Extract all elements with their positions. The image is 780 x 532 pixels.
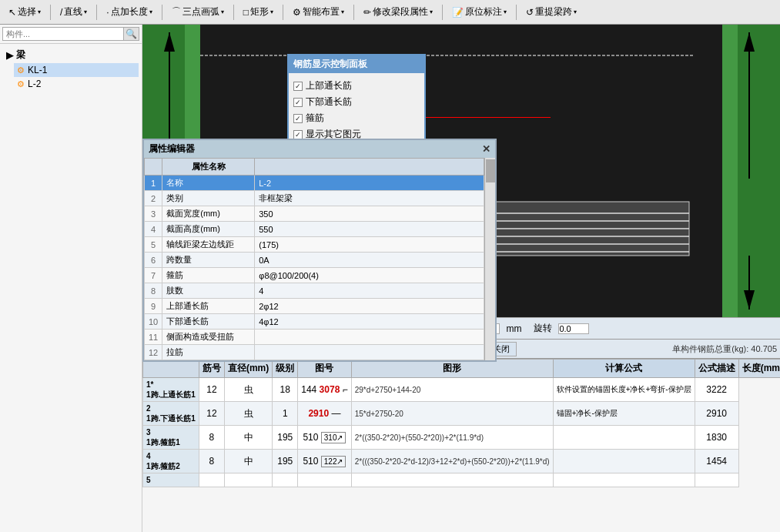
sidebar-item-l2[interactable]: ⚙ L-2 [14,77,139,91]
table-cell-label: 5 [143,473,199,487]
table-cell-label: 41跨.箍筋2 [143,450,199,473]
props-row-val[interactable]: 4φ12 [255,314,484,330]
props-row[interactable]: 7 箍筋 φ8@100/200(4) [145,268,484,283]
rebar-option-3-label: 箍筋 [306,112,324,125]
re-extract-beam-button[interactable]: ↺ 重提梁跨 ▾ [521,3,582,21]
props-row-val[interactable] [255,345,484,360]
table-cell-fignum [273,473,298,487]
select-tool-button[interactable]: ↖ 选择 ▾ [3,3,46,21]
in-place-mark-button[interactable]: 📝 原位标注 ▾ [447,3,512,21]
search-button[interactable]: 🔍 [124,27,139,41]
sep-2 [96,5,97,20]
arc-tool-button[interactable]: ⌒ 三点画弧 ▾ [166,3,229,21]
props-row[interactable]: 2 类别 非框架梁 [145,191,484,206]
table-cell-length: 3222 [695,378,738,402]
col-fignum: 图号 [298,360,351,378]
checkbox-2[interactable]: ✓ [293,98,303,107]
props-row[interactable]: 4 截面高度(mm) 550 [145,222,484,237]
props-row-val[interactable]: 2φ12 [255,299,484,314]
props-row-num: 11 [145,330,162,345]
content-right: 钢筋显示控制面板 ✓ 上部通长筋 ✓ 下部通长筋 ✓ 箍筋 [142,25,780,532]
props-row-num: 9 [145,299,162,314]
search-input[interactable] [2,27,124,41]
table-cell-fignum: 195 [273,450,298,473]
sidebar-item-kl1[interactable]: ⚙ KL-1 [14,63,139,77]
props-row[interactable]: 9 上部通长筋 2φ12 [145,299,484,314]
props-row-num: 12 [145,345,162,360]
props-row-val[interactable]: (175) [255,237,484,253]
mark-icon: 📝 [452,7,464,18]
checkbox-4[interactable]: ✓ [293,130,303,139]
rect-icon: □ [243,7,249,18]
props-row-num: 8 [145,283,162,299]
table-cell-grade: 中 [224,450,272,473]
sidebar-item-l2-label: L-2 [28,79,41,89]
props-row-val[interactable]: 0A [255,253,484,268]
table-row[interactable]: 21跨.下通长筋1 12 虫 1 2910 — 15*d+2750-20 锚固+… [143,402,781,426]
rebar-option-1-label: 上部通长筋 [306,79,352,92]
red-horizontal-line [412,117,551,118]
tree-area: ▶ 梁 ⚙ KL-1 ⚙ L-2 [0,44,142,532]
props-row[interactable]: 8 肢数 4 [145,283,484,299]
table-cell-diameter: 8 [199,450,224,473]
sep-8 [516,5,517,20]
props-row[interactable]: 1 名称 L-2 [145,176,484,191]
smart-layout-button[interactable]: ⚙ 智能布置 ▾ [287,3,350,21]
props-row-num: 5 [145,237,162,253]
props-row[interactable]: 6 跨数量 0A [145,253,484,268]
props-row-num: 2 [145,191,162,206]
props-row[interactable]: 11 侧面构造或受扭筋 [145,330,484,345]
rect-tool-button[interactable]: □ 矩形 ▾ [238,3,279,21]
props-panel-close[interactable]: ✕ [482,143,490,155]
props-row[interactable]: 3 截面宽度(mm) 350 [145,206,484,222]
checkbox-3[interactable]: ✓ [293,114,303,123]
props-row-val[interactable]: L-2 [255,176,484,191]
props-row-name: 截面宽度(mm) [162,206,255,222]
props-row-val[interactable]: 4 [255,283,484,299]
props-row-num: 7 [145,268,162,283]
props-body: 1 名称 L-2 2 类别 非框架梁 3 截面宽度(mm) 350 4 截面高度… [145,176,484,360]
green-accent-right [722,25,738,317]
props-row[interactable]: 12 拉筋 [145,345,484,360]
tree-root-beam[interactable]: ▶ 梁 [3,47,139,63]
props-scrollbar[interactable] [484,158,495,360]
col-length: 长度(mm) [738,360,780,378]
props-row-val[interactable]: φ8@100/200(4) [255,268,484,283]
main-area: 🔍 ▶ 梁 ⚙ KL-1 ⚙ L-2 [0,25,780,532]
props-header: 属性名称 [145,159,484,176]
line-tool-button[interactable]: / 直线 ▾ [55,3,92,21]
table-cell-length: 2910 [695,402,738,426]
rebar-option-2-label: 下部通长筋 [306,95,352,109]
table-cell-desc: 软件设置的锚固长度+净长+弯折-保护层 [553,378,695,402]
table-row[interactable]: 31跨.箍筋1 8 中 195 510 310↗ 2*((350-2*20)+(… [143,426,781,450]
sep-1 [50,5,51,20]
table-row[interactable]: 41跨.箍筋2 8 中 195 510 122↗ 2*(((350-2*20-2… [143,450,781,473]
checkbox-1[interactable]: ✓ [293,82,303,91]
table-cell-diameter: 12 [199,378,224,402]
props-row[interactable]: 10 下部通长筋 4φ12 [145,314,484,330]
point-length-button[interactable]: · 点加长度 ▾ [101,3,157,21]
line-dropdown-arrow: ▾ [84,8,87,15]
props-scrollbar-thumb[interactable] [486,159,495,182]
props-row-val[interactable] [255,330,484,345]
table-row[interactable]: 1*1跨.上通长筋1 12 虫 18 144 3078 ⌐ 29*d+2750+… [143,378,781,402]
props-row-val[interactable]: 350 [255,206,484,222]
props-row-val[interactable]: 550 [255,222,484,237]
table-cell-label: 31跨.箍筋1 [143,426,199,450]
props-col-val [255,159,484,176]
table-cell-desc: 锚固+净长-保护层 [553,402,695,426]
props-row-name: 类别 [162,191,255,206]
rotate-input[interactable] [558,323,589,334]
tree-root-label: 梁 [16,49,25,62]
rebar-option-1[interactable]: ✓ 上部通长筋 [293,78,420,94]
col-barnum: 筋号 [199,360,224,378]
rebar-option-2[interactable]: ✓ 下部通长筋 [293,94,420,110]
table-row[interactable]: 5 [143,473,781,487]
modify-beam-button[interactable]: ✏ 修改梁段属性 ▾ [358,3,438,21]
props-row[interactable]: 5 轴线距梁左边线距 (175) [145,237,484,253]
props-row-val[interactable]: 非框架梁 [255,191,484,206]
extract-icon: ↺ [526,7,534,18]
table-cell-fignum: 195 [273,426,298,450]
table-cell-length: 1830 [695,426,738,450]
rebar-option-3[interactable]: ✓ 箍筋 [293,110,420,126]
